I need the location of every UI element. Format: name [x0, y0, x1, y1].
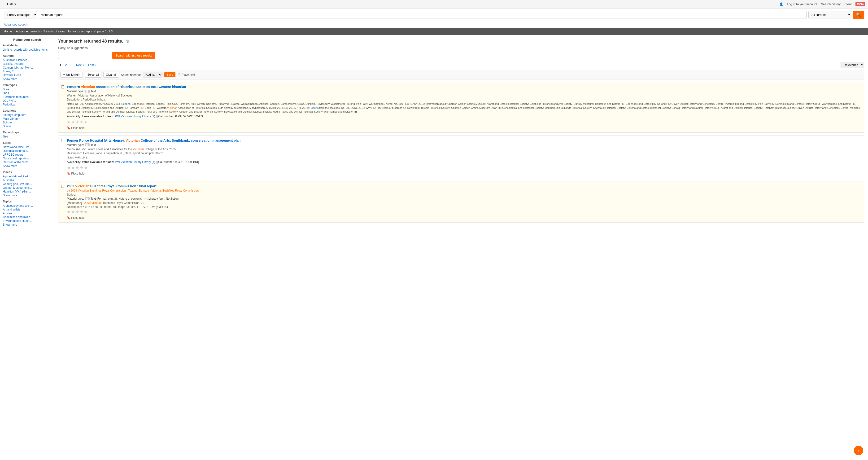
place-link-1[interactable]: Alpine National Park... [3, 175, 51, 178]
item-type-book[interactable]: Book [3, 88, 51, 91]
availability-1: Availability: Items available for loan: … [67, 115, 861, 118]
breadcrumb-results: Results of search for 'victorian reports… [43, 30, 113, 33]
page-2[interactable]: 2 [64, 63, 68, 67]
record-type-text[interactable]: Text [3, 135, 51, 139]
text-badge-1: 📄 [85, 90, 90, 93]
log-in-link[interactable]: Log in to your account [787, 2, 817, 6]
author-link-victoria[interactable]: Victoria. Bushfires Royal Commission [151, 189, 198, 192]
author-link-teague[interactable]: Teague, Bernard [128, 189, 149, 192]
place-link-3[interactable]: Coburg (Vic.) (Wurun... [3, 182, 51, 186]
search-within-button[interactable]: Search within these results [112, 52, 155, 59]
places-show-more[interactable]: Show more [3, 194, 51, 197]
author-link-4[interactable]: Frank, R [3, 70, 51, 73]
publisher-2: Melbourne, Vic.: Allom Lovell and Associ… [67, 148, 861, 151]
authors-show-more[interactable]: Show more [3, 77, 51, 81]
result-title-2[interactable]: Former Police Hospital (Arts House), Vic… [67, 139, 861, 142]
item-type-periodical[interactable]: Periodical [3, 103, 51, 106]
material-type-3: Material type: 📄 Text; Format: print 🖨️ … [67, 197, 861, 200]
topic-link-3[interactable]: Articles [3, 212, 51, 215]
star-rating-1[interactable]: ★★★★★ [67, 119, 861, 125]
advanced-search-link[interactable]: Advanced search [4, 23, 27, 26]
topic-link-4[interactable]: Coal mines and minin... [3, 215, 51, 219]
desc-3: Description: 5 v. in 6 : col. ill., form… [67, 205, 861, 209]
topic-link-5[interactable]: Environmental studie... [3, 219, 51, 222]
add-to-select[interactable]: Add to... [143, 72, 162, 78]
location-stacks[interactable]: Stacks [3, 125, 51, 128]
sort-select[interactable]: Relevance [841, 62, 864, 68]
search-button[interactable]: 🔍 [853, 11, 864, 19]
page-3[interactable]: 3 [69, 63, 73, 67]
star-rating-2[interactable]: ★★★★★ [67, 165, 861, 170]
place-hold-link-1[interactable]: Place hold [67, 126, 85, 130]
result-checkbox-2[interactable] [61, 139, 64, 142]
notes-2: Notes: VHR 1541. [67, 156, 861, 160]
author-link-3[interactable]: Cannon, Michael Mont... [3, 66, 51, 69]
breadcrumb-sep-1: › [13, 30, 14, 33]
topics-show-more[interactable]: Show more [3, 223, 51, 226]
author-link-1[interactable]: Australian Historica... [3, 58, 51, 62]
reports-link-1[interactable]: Reports [121, 102, 130, 105]
availability-lib-link-1[interactable]: PMI Victorian History Library (2) [115, 115, 155, 118]
search-history-link[interactable]: Search history [821, 2, 841, 6]
result-item-1: Western Victorian Association of Histori… [58, 82, 864, 133]
author-link-royal-comm[interactable]: 2009 Victorian Bushfires Royal Commissio… [71, 189, 126, 192]
cion-logo: CiOn [856, 2, 865, 6]
author-link-5[interactable]: Howard, Geoff [3, 73, 51, 77]
result-content-2: Former Police Hospital (Arts House), Vic… [67, 139, 861, 176]
save-button[interactable]: Save [164, 72, 176, 77]
series-link-1[interactable]: Hazelwood Mine Fire ... [3, 146, 51, 149]
series-link-4[interactable]: Occasional reports s... [3, 157, 51, 160]
series-link-5[interactable]: Records of the Victo... [3, 161, 51, 164]
select-all-button[interactable]: Select all [85, 72, 101, 78]
topic-link-2[interactable]: Art and artists [3, 208, 51, 211]
location-spinner[interactable]: Spinner [3, 121, 51, 124]
result-title-3[interactable]: 2009 Victorian Bushfires Royal Commissio… [67, 184, 861, 188]
place-link-4[interactable]: Greater Melbourne [N... [3, 186, 51, 189]
clear-button[interactable]: Clear [844, 2, 852, 6]
material-type-1: Material type: 📄 Text [67, 90, 861, 93]
rss-icon[interactable]: 📡 [126, 39, 130, 43]
breadcrumb-sep-2: › [41, 30, 42, 33]
result-content-3: 2009 Victorian Bushfires Royal Commissio… [67, 184, 861, 219]
place-link-5[interactable]: Hamilton (Vic.) (Gun... [3, 190, 51, 193]
authors-section-title: Authors [3, 54, 51, 58]
item-type-journal[interactable]: JOURNAL [3, 99, 51, 102]
top-bar-left: ☰ Lists ▾ [3, 2, 16, 6]
search-within-input[interactable] [58, 52, 110, 59]
lists-icon: ☰ [3, 2, 6, 6]
lists-button[interactable]: Lists ▾ [7, 2, 16, 6]
library-select[interactable]: All libraries [808, 11, 851, 19]
unhighlight-button[interactable]: ✏ Unhighlight [60, 72, 83, 78]
limit-available-link[interactable]: Limit to records with available items [3, 48, 51, 51]
result-checkbox-1[interactable] [61, 85, 64, 88]
search-type-select[interactable]: Library catalogue [4, 11, 37, 19]
series-show-more[interactable]: Show more [3, 164, 51, 168]
clear-all-button[interactable]: Clear all [103, 72, 119, 78]
location-main-library[interactable]: Main Library [3, 117, 51, 120]
location-library-computers[interactable]: Library Computers [3, 113, 51, 117]
availability-lib-link-2[interactable]: PMI Victorian History Library (1) [115, 160, 155, 164]
next-page[interactable]: Next › [75, 63, 86, 67]
search-input[interactable] [39, 11, 807, 19]
text-badge-2: 📄 [85, 143, 90, 146]
series-link-2[interactable]: Historical records o... [3, 149, 51, 153]
author-link-2[interactable]: Baillieu, Everard [3, 62, 51, 65]
toolbar-place-hold-button[interactable]: 📋 Place hold [177, 73, 195, 76]
place-hold-link-2[interactable]: Place hold [67, 172, 85, 175]
result-checkbox-3[interactable] [61, 185, 64, 188]
item-type-dvd[interactable]: DVD [3, 92, 51, 95]
reports-link-2[interactable]: Reports [310, 106, 319, 109]
result-title-1[interactable]: Western Victorian Association of Histori… [67, 85, 861, 89]
last-page[interactable]: Last » [87, 63, 98, 67]
sort-bar: Relevance [841, 62, 864, 68]
place-hold-link-3[interactable]: Place hold [67, 216, 85, 219]
star-rating-3[interactable]: ★★★★★ [67, 209, 861, 215]
place-link-2[interactable]: Australia [3, 179, 51, 182]
series-link-3[interactable]: LRRCSC report [3, 153, 51, 156]
desc-periodicals-1: Description: Periodicals in box. [67, 98, 861, 101]
item-type-electronic[interactable]: Electronic resources [3, 95, 51, 99]
page-1[interactable]: 1 [58, 63, 63, 67]
breadcrumb-home[interactable]: Home [4, 30, 12, 33]
topic-link-1[interactable]: Archaeology and arch... [3, 204, 51, 207]
breadcrumb-advanced-search[interactable]: Advanced search [16, 30, 39, 33]
